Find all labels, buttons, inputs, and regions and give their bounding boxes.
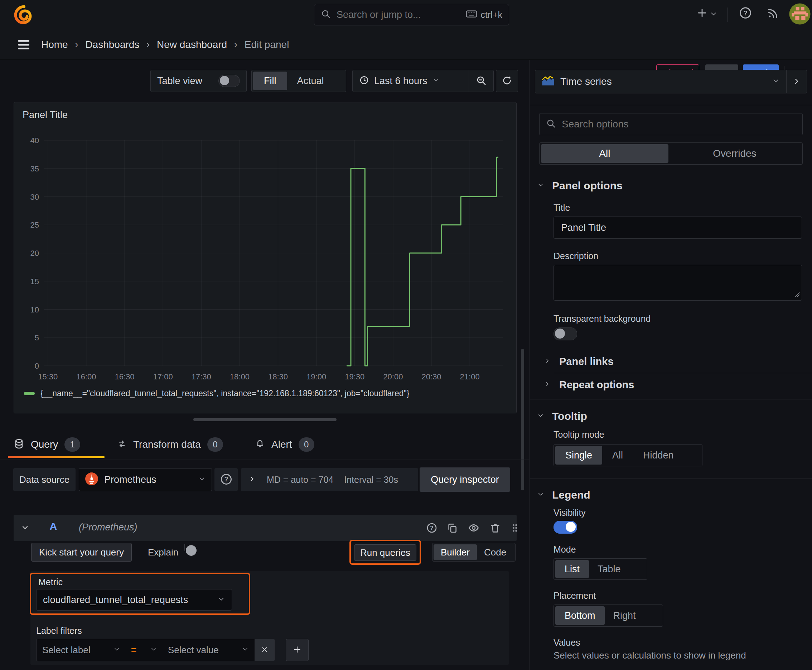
tab-query-label: Query: [31, 439, 58, 450]
explain-toggle[interactable]: [185, 544, 185, 551]
svg-text:18:30: 18:30: [268, 372, 288, 381]
svg-text:16:00: 16:00: [76, 372, 96, 381]
news-rss-icon[interactable]: [765, 7, 781, 21]
legend-mode-table[interactable]: Table: [589, 560, 629, 578]
breadcrumb-dashboards[interactable]: Dashboards: [85, 39, 139, 51]
drag-handle-grip-icon[interactable]: [509, 523, 520, 535]
panel-links-section[interactable]: Panel links: [530, 350, 812, 373]
resize-corner-icon[interactable]: [795, 292, 800, 299]
query-options-collapsed[interactable]: MD = auto = 704 Interval = 30s: [241, 468, 418, 491]
metric-select[interactable]: cloudflared_tunnel_total_requests: [36, 589, 232, 611]
svg-text:0: 0: [35, 362, 39, 371]
tooltip-single-option[interactable]: Single: [555, 446, 602, 465]
search-input[interactable]: [336, 9, 466, 21]
select-value-placeholder: Select value: [168, 645, 242, 656]
remove-filter-x-icon[interactable]: [254, 639, 275, 661]
fill-option[interactable]: Fill: [253, 71, 287, 90]
search-icon: [546, 118, 556, 130]
panel-resize-handle[interactable]: [193, 418, 337, 421]
breadcrumb-new-dashboard[interactable]: New dashboard: [157, 39, 227, 51]
explain-label: Explain: [148, 547, 178, 558]
delete-query-trash-icon[interactable]: [487, 522, 503, 535]
help-icon[interactable]: ?: [736, 6, 754, 21]
bell-icon: [255, 439, 265, 450]
legend-mode-list[interactable]: List: [555, 560, 589, 578]
legend-placement-right[interactable]: Right: [605, 606, 644, 625]
panel-options-header[interactable]: Panel options: [537, 180, 805, 192]
menu-toggle[interactable]: [15, 39, 32, 52]
options-search[interactable]: [539, 113, 803, 135]
svg-text:40: 40: [31, 136, 39, 145]
code-option[interactable]: Code: [477, 544, 514, 560]
chevron-down-icon: [772, 77, 780, 86]
select-value-dropdown[interactable]: Select value: [162, 639, 255, 661]
tooltip-heading: Tooltip: [552, 410, 587, 422]
svg-text:15:30: 15:30: [38, 372, 58, 381]
scrollbar-thumb[interactable]: [521, 349, 524, 490]
panel-title[interactable]: Panel Title: [22, 110, 68, 121]
chevron-right-icon: ›: [234, 39, 237, 50]
query-ref-id[interactable]: A: [49, 520, 57, 533]
hide-query-eye-icon[interactable]: [465, 522, 482, 535]
visibility-toggle[interactable]: [554, 521, 577, 534]
legend-series-label[interactable]: {__name__="cloudflared_tunnel_total_requ…: [41, 389, 409, 398]
tooltip-mode-switch: Single All Hidden: [554, 444, 702, 466]
refresh-button[interactable]: [496, 70, 518, 92]
description-textarea[interactable]: [554, 265, 802, 301]
kick-start-button[interactable]: Kick start your query: [31, 543, 132, 562]
repeat-options-section[interactable]: Repeat options: [530, 373, 812, 396]
tab-transform[interactable]: Transform data 0: [117, 431, 223, 458]
global-search[interactable]: ctrl+k: [314, 4, 509, 25]
zoom-out-icon[interactable]: [469, 70, 493, 91]
tab-overrides[interactable]: Overrides: [668, 144, 801, 163]
datasource-picker[interactable]: Prometheus: [79, 468, 212, 491]
builder-option[interactable]: Builder: [434, 544, 477, 560]
panel-title-input[interactable]: [554, 217, 802, 239]
collapse-chevron-down-icon[interactable]: [21, 523, 29, 533]
viz-select[interactable]: Time series: [535, 70, 786, 93]
tab-all[interactable]: All: [541, 144, 668, 163]
legend-header[interactable]: Legend: [537, 489, 805, 501]
query-help-icon[interactable]: ?: [424, 522, 440, 535]
user-avatar[interactable]: [789, 3, 811, 27]
visibility-label: Visibility: [554, 508, 802, 518]
svg-text:30: 30: [31, 193, 39, 201]
svg-text:20: 20: [31, 249, 39, 258]
add-filter-button[interactable]: [286, 639, 309, 661]
tab-alert-badge: 0: [298, 437, 314, 452]
actual-option[interactable]: Actual: [287, 71, 334, 90]
time-range-picker[interactable]: Last 6 hours: [353, 70, 469, 91]
operator-dropdown[interactable]: =: [126, 639, 163, 661]
svg-text:18:00: 18:00: [230, 372, 249, 381]
viz-expand-chevron-right-icon[interactable]: [787, 70, 807, 93]
divider: [530, 479, 812, 479]
tooltip-hidden-option[interactable]: Hidden: [633, 446, 684, 465]
builder-code-switch: Builder Code: [432, 543, 515, 562]
grafana-logo[interactable]: [14, 4, 34, 27]
duplicate-query-icon[interactable]: [444, 522, 460, 535]
add-button[interactable]: [694, 7, 710, 20]
table-view-toggle[interactable]: [219, 75, 240, 87]
svg-text:19:00: 19:00: [307, 372, 326, 381]
transparent-background-toggle[interactable]: [554, 328, 577, 340]
description-label: Description: [554, 251, 802, 261]
timeseries-chart[interactable]: 051015202530354015:3016:0016:3017:0017:3…: [19, 135, 512, 386]
tab-alert-label: Alert: [271, 439, 292, 450]
editor-tabs: Query 1 Transform data 0 Alert 0: [0, 431, 529, 460]
tooltip-header[interactable]: Tooltip: [537, 410, 805, 422]
tab-alert[interactable]: Alert 0: [255, 431, 314, 458]
datasource-help-icon[interactable]: ?: [214, 468, 238, 491]
select-label-dropdown[interactable]: Select label: [36, 639, 126, 661]
tooltip-all-option[interactable]: All: [602, 446, 633, 465]
breadcrumb-home[interactable]: Home: [41, 39, 68, 51]
add-chevron-down-icon[interactable]: [710, 10, 717, 19]
legend-placement-bottom[interactable]: Bottom: [555, 606, 605, 625]
legend-series-swatch[interactable]: [24, 392, 35, 395]
query-inspector-button[interactable]: Query inspector: [420, 467, 510, 492]
query-ref-datasource: (Prometheus): [79, 522, 137, 533]
select-label-placeholder: Select label: [42, 645, 113, 656]
tab-query[interactable]: Query 1: [14, 431, 80, 458]
options-search-input[interactable]: [561, 118, 796, 130]
chevron-down-icon: [537, 491, 544, 499]
run-queries-button[interactable]: Run queries: [354, 544, 416, 561]
